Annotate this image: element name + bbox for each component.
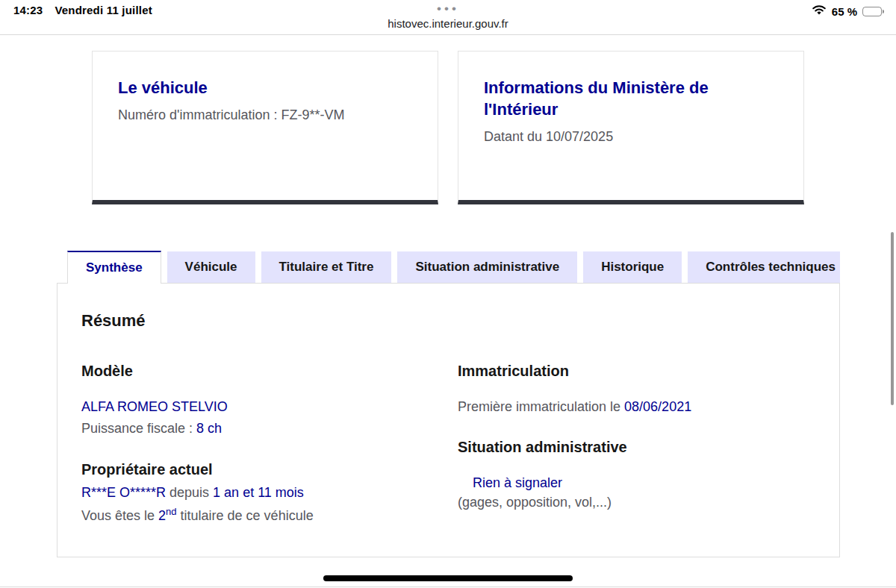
address-bar[interactable]: histovec.interieur.gouv.fr bbox=[0, 17, 896, 30]
model-name-link[interactable]: ALFA ROMEO STELVIO bbox=[81, 399, 228, 414]
tab-synthese[interactable]: Synthèse bbox=[67, 251, 161, 284]
vehicle-card-title: Le véhicule bbox=[118, 77, 412, 98]
info-cards-row: Le véhicule Numéro d'immatriculation : F… bbox=[92, 51, 804, 204]
model-heading: Modèle bbox=[81, 362, 458, 380]
browser-address-area: ••• histovec.interieur.gouv.fr bbox=[0, 2, 896, 30]
admin-status-value[interactable]: Rien à signaler bbox=[473, 475, 562, 490]
fiscal-power-line: Puissance fiscale : 8 ch bbox=[81, 418, 458, 440]
owner-rank-value: 2nd bbox=[158, 508, 176, 523]
first-registration-line: Première immatriculation le 08/06/2021 bbox=[458, 396, 834, 418]
tab-controles-techniques[interactable]: Contrôles techniques bbox=[688, 251, 840, 283]
battery-icon bbox=[862, 7, 884, 16]
admin-status-note: (gages, opposition, vol,...) bbox=[458, 492, 834, 512]
tab-overflow-icon[interactable]: ••• bbox=[437, 4, 459, 14]
owner-since-line: R***E O*****R depuis 1 an et 11 mois bbox=[81, 483, 458, 502]
vehicle-card-registration: Numéro d'immatriculation : FZ-9**-VM bbox=[118, 107, 412, 123]
owner-since-value[interactable]: 1 an et 11 mois bbox=[213, 485, 304, 500]
bottom-toolbar-divider bbox=[0, 587, 896, 587]
ipad-safari-screen: 14:23Vendredi 11 juillet ••• histovec.in… bbox=[0, 0, 896, 588]
ministry-info-card: Informations du Ministère de l'Intérieur… bbox=[458, 51, 804, 204]
registration-heading: Immatriculation bbox=[458, 362, 834, 380]
first-registration-label: Première immatriculation le bbox=[458, 399, 624, 414]
status-indicators: 65 % bbox=[812, 4, 884, 19]
status-bar: 14:23Vendredi 11 juillet ••• histovec.in… bbox=[0, 0, 896, 35]
tab-titulaire-et-titre[interactable]: Titulaire et Titre bbox=[261, 251, 392, 283]
owner-since-label: depuis bbox=[166, 485, 213, 500]
owner-rank-line: Vous êtes le 2nd titulaire de ce véhicul… bbox=[81, 502, 458, 525]
admin-status-heading: Situation administrative bbox=[458, 438, 834, 456]
owner-masked-name[interactable]: R***E O*****R bbox=[81, 485, 166, 500]
ministry-card-title: Informations du Ministère de l'Intérieur bbox=[484, 77, 778, 120]
fiscal-power-value[interactable]: 8 ch bbox=[196, 421, 222, 436]
summary-right-column: Immatriculation Première immatriculation… bbox=[458, 362, 834, 525]
owner-heading: Propriétaire actuel bbox=[81, 460, 458, 478]
owner-rank-suffix-text: titulaire de ce véhicule bbox=[177, 508, 314, 523]
tab-historique[interactable]: Historique bbox=[583, 251, 682, 283]
admin-status-line: Rien à signaler bbox=[458, 473, 834, 492]
fiscal-power-label: Puissance fiscale : bbox=[81, 421, 196, 436]
summary-left-column: Modèle ALFA ROMEO STELVIO Puissance fisc… bbox=[81, 362, 458, 525]
vehicle-card: Le véhicule Numéro d'immatriculation : F… bbox=[92, 51, 438, 204]
tab-list: Synthèse Véhicule Titulaire et Titre Sit… bbox=[67, 251, 840, 284]
model-name-line: ALFA ROMEO STELVIO bbox=[81, 396, 458, 418]
home-indicator[interactable] bbox=[323, 575, 573, 581]
battery-percent-label: 65 % bbox=[832, 5, 857, 18]
first-registration-date[interactable]: 08/06/2021 bbox=[624, 399, 691, 414]
summary-grid: Modèle ALFA ROMEO STELVIO Puissance fisc… bbox=[81, 362, 815, 525]
tab-situation-administrative[interactable]: Situation administrative bbox=[397, 251, 577, 283]
vertical-scrollbar-thumb[interactable] bbox=[891, 232, 894, 405]
report-tabs-section: Synthèse Véhicule Titulaire et Titre Sit… bbox=[57, 251, 840, 557]
summary-title: Résumé bbox=[81, 310, 815, 331]
wifi-icon bbox=[812, 4, 827, 19]
tab-vehicule[interactable]: Véhicule bbox=[167, 251, 255, 283]
owner-rank-prefix: Vous êtes le bbox=[81, 508, 158, 523]
synthese-panel: Résumé Modèle ALFA ROMEO STELVIO Puissan… bbox=[57, 283, 840, 557]
ministry-card-date: Datant du 10/07/2025 bbox=[484, 129, 778, 145]
